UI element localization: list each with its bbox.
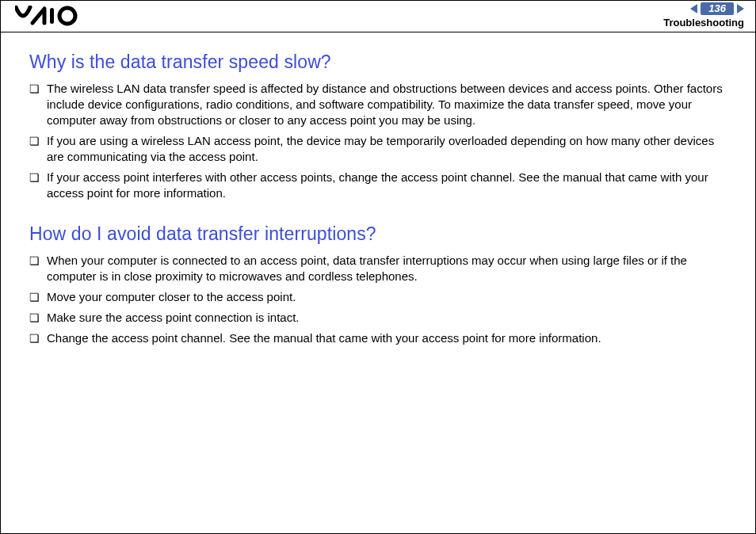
bullet-icon: ❏	[29, 310, 47, 326]
list-item: ❏ If your access point interferes with o…	[29, 170, 727, 201]
list-item: ❏ When your computer is connected to an …	[29, 253, 727, 284]
document-page: 136 Troubleshooting Why is the data tran…	[0, 0, 756, 534]
vaio-logo	[15, 6, 86, 29]
list-item-text: If your access point interferes with oth…	[47, 170, 727, 201]
heading: How do I avoid data transfer interruptio…	[29, 223, 727, 245]
bullet-icon: ❏	[29, 81, 47, 97]
page-content: Why is the data transfer speed slow? ❏ T…	[1, 32, 755, 346]
list-item-text: When your computer is connected to an ac…	[47, 253, 727, 284]
list-item-text: Move your computer closer to the access …	[47, 289, 727, 305]
list-item-text: Make sure the access point connection is…	[47, 310, 727, 326]
bullet-icon: ❏	[29, 289, 47, 305]
list-item-text: The wireless LAN data transfer speed is …	[47, 81, 727, 128]
bullet-icon: ❏	[29, 133, 47, 149]
nav-next-icon[interactable]	[737, 4, 744, 13]
section-title: Troubleshooting	[663, 17, 744, 29]
svg-rect-0	[50, 8, 54, 24]
page-number-nav: 136	[690, 2, 744, 15]
list-item: ❏ Make sure the access point connection …	[29, 310, 727, 326]
list-item: ❏ Change the access point channel. See t…	[29, 330, 727, 346]
list-item-text: If you are using a wireless LAN access p…	[47, 133, 727, 165]
bullet-icon: ❏	[29, 253, 47, 269]
bullet-icon: ❏	[29, 330, 47, 346]
heading: Why is the data transfer speed slow?	[29, 51, 727, 73]
page-number-badge: 136	[701, 2, 734, 15]
svg-point-1	[59, 8, 75, 24]
list-item: ❏ If you are using a wireless LAN access…	[29, 133, 727, 165]
nav-prev-icon[interactable]	[690, 4, 697, 13]
page-header: 136 Troubleshooting	[1, 1, 755, 32]
list-item: ❏ Move your computer closer to the acces…	[29, 289, 727, 305]
list-item-text: Change the access point channel. See the…	[47, 330, 727, 346]
list-item: ❏ The wireless LAN data transfer speed i…	[29, 81, 727, 128]
bullet-icon: ❏	[29, 170, 47, 185]
